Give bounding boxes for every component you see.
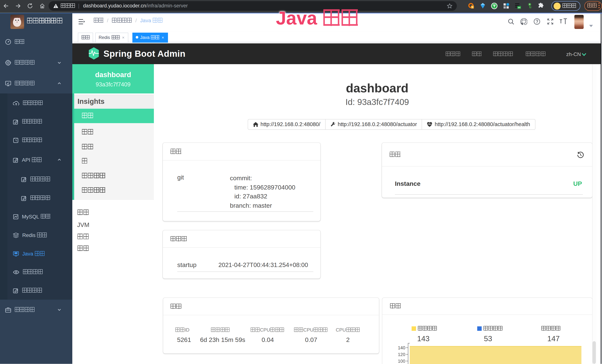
svg-text:1: 1 — [472, 6, 473, 9]
svg-text:on: on — [518, 6, 520, 9]
